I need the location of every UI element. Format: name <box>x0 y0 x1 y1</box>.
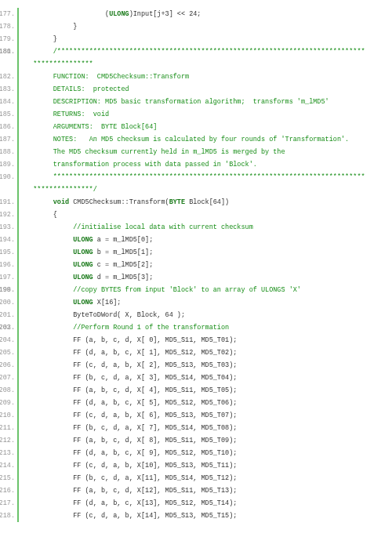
line-code: ULONG d = m_lMD5[3]; <box>19 271 153 284</box>
line-code: ARGUMENTS: BYTE Block[64] <box>19 121 157 133</box>
code-line: 196. ULONG c = m_lMD5[2]; <box>19 259 392 271</box>
line-number: 215. <box>0 472 15 484</box>
line-code: *************** <box>19 58 93 71</box>
code-line: 201. ByteToDWord( X, Block, 64 ); <box>19 309 392 321</box>
code-line: 181. /**********************************… <box>19 45 392 58</box>
line-number: 191. <box>0 196 15 209</box>
line-code: FF (c, d, a, b, X[14], MD5_S13, MD5_T15)… <box>19 510 237 522</box>
code-line: 186. ARGUMENTS: BYTE Block[64] <box>19 121 392 133</box>
line-code: FF (d, a, b, c, X[ 9], MD5_S12, MD5_T10)… <box>19 447 237 459</box>
line-number: 199. <box>0 284 15 296</box>
line-number: 183. <box>0 83 15 96</box>
code-line: 183. DETAILS: protected <box>19 83 392 96</box>
line-code: The MD5 checksum currently held in m_lMD… <box>19 146 289 158</box>
code-line: 203. //Perform Round 1 of the transforma… <box>19 321 392 334</box>
code-line: 189. transformation process with data pa… <box>19 158 392 171</box>
line-code: FF (b, c, d, a, X[ 3], MD5_S14, MD5_T04)… <box>19 372 237 384</box>
line-code: DESCRIPTION: MD5 basic transformation al… <box>19 96 329 108</box>
line-number: 203. <box>0 321 15 334</box>
code-line: 199. //copy BYTES from input 'Block' to … <box>19 284 392 296</box>
line-code: FF (b, c, d, a, X[ 7], MD5_S14, MD5_T08)… <box>19 422 237 434</box>
line-number: 192. <box>0 209 15 221</box>
line-number: 217. <box>0 497 15 510</box>
line-code: ULONG b = m_lMD5[1]; <box>19 246 153 259</box>
line-number: 190. <box>0 171 15 183</box>
line-code: ULONG a = m_lMD5[0]; <box>19 234 153 246</box>
line-code: DETAILS: protected <box>19 83 129 96</box>
line-number: 184. <box>0 96 15 108</box>
line-code: FF (a, b, c, d, X[ 0], MD5_S11, MD5_T01)… <box>19 334 237 346</box>
line-code: FUNCTION: CMD5Checksum::Transform <box>19 71 189 83</box>
code-line: 215. FF (b, c, d, a, X[11], MD5_S14, MD5… <box>19 472 392 484</box>
line-number: 181. <box>0 45 15 58</box>
code-line: 216. FF (a, b, c, d, X[12], MD5_S11, MD5… <box>19 484 392 497</box>
line-code: ULONG c = m_lMD5[2]; <box>19 259 153 271</box>
code-line: 187. NOTES: An MD5 checksum is calculate… <box>19 133 392 146</box>
line-code: ****************************************… <box>19 171 365 183</box>
line-number: 205. <box>0 346 15 359</box>
code-line: 205. FF (d, a, b, c, X[ 1], MD5_S12, MD5… <box>19 346 392 359</box>
line-number: 179. <box>0 33 15 45</box>
line-number: 186. <box>0 121 15 133</box>
line-code: ***************/ <box>19 183 97 196</box>
line-number: 185. <box>0 108 15 121</box>
code-line: 218. FF (c, d, a, b, X[14], MD5_S13, MD5… <box>19 510 392 522</box>
code-line: 194. ULONG a = m_lMD5[0]; <box>19 234 392 246</box>
line-code: (ULONG)Input[j+3] << 24; <box>19 8 201 20</box>
line-number: 209. <box>0 397 15 409</box>
code-line: 212. FF (a, b, c, d, X[ 8], MD5_S11, MD5… <box>19 434 392 447</box>
code-line: 207. FF (b, c, d, a, X[ 3], MD5_S14, MD5… <box>19 372 392 384</box>
code-line: 200. ULONG X[16]; <box>19 296 392 309</box>
code-line: 213. FF (d, a, b, c, X[ 9], MD5_S12, MD5… <box>19 447 392 459</box>
line-code: //Perform Round 1 of the transformation <box>19 321 229 334</box>
code-line: 191. void CMD5Checksum::Transform(BYTE B… <box>19 196 392 209</box>
line-number: 197. <box>0 271 15 284</box>
line-code: ULONG X[16]; <box>19 296 121 309</box>
code-line: 214. FF (c, d, a, b, X[10], MD5_S13, MD5… <box>19 459 392 472</box>
line-code: //initialise local data with current che… <box>19 221 253 234</box>
code-line: 197. ULONG d = m_lMD5[3]; <box>19 271 392 284</box>
line-number: 196. <box>0 259 15 271</box>
code-line: *************** <box>19 58 392 71</box>
code-line: 217. FF (d, a, b, c, X[13], MD5_S12, MD5… <box>19 497 392 510</box>
line-code: /***************************************… <box>19 45 365 58</box>
line-code: FF (d, a, b, c, X[ 1], MD5_S12, MD5_T02)… <box>19 346 237 359</box>
line-number: 211. <box>0 422 15 434</box>
code-line: ***************/ <box>19 183 392 196</box>
line-number: 188. <box>0 146 15 158</box>
line-code: RETURNS: void <box>19 108 109 121</box>
code-line: 184. DESCRIPTION: MD5 basic transformati… <box>19 96 392 108</box>
line-code: FF (a, b, c, d, X[ 8], MD5_S11, MD5_T09)… <box>19 434 237 447</box>
line-code: { <box>19 209 57 221</box>
code-line: 188. The MD5 checksum currently held in … <box>19 146 392 158</box>
code-line: 208. FF (a, b, c, d, X[ 4], MD5_S11, MD5… <box>19 384 392 397</box>
code-line: 190. ***********************************… <box>19 171 392 183</box>
line-number: 177. <box>0 8 15 20</box>
line-code: FF (b, c, d, a, X[11], MD5_S14, MD5_T12)… <box>19 472 237 484</box>
line-number: 216. <box>0 484 15 497</box>
line-code: transformation process with data passed … <box>19 158 265 171</box>
line-code: FF (c, d, a, b, X[ 2], MD5_S13, MD5_T03)… <box>19 359 237 372</box>
line-number: 178. <box>0 20 15 33</box>
code-line: 192. { <box>19 209 392 221</box>
line-code: NOTES: An MD5 checksum is calculated by … <box>19 133 349 146</box>
code-line: 193. //initialise local data with curren… <box>19 221 392 234</box>
line-code: FF (a, b, c, d, X[ 4], MD5_S11, MD5_T05)… <box>19 384 237 397</box>
line-number: 210. <box>0 409 15 422</box>
line-code: //copy BYTES from input 'Block' to an ar… <box>19 284 301 296</box>
code-line: 209. FF (d, a, b, c, X[ 5], MD5_S12, MD5… <box>19 397 392 409</box>
code-line: 178. } <box>19 20 392 33</box>
line-number: 214. <box>0 459 15 472</box>
line-code: FF (a, b, c, d, X[12], MD5_S11, MD5_T13)… <box>19 484 237 497</box>
code-line: 204. FF (a, b, c, d, X[ 0], MD5_S11, MD5… <box>19 334 392 346</box>
code-container: 177. (ULONG)Input[j+3] << 24;178. }179. … <box>17 8 392 522</box>
line-number: 212. <box>0 434 15 447</box>
line-number: 194. <box>0 234 15 246</box>
line-number: 206. <box>0 359 15 372</box>
code-line: 185. RETURNS: void <box>19 108 392 121</box>
code-line: 177. (ULONG)Input[j+3] << 24; <box>19 8 392 20</box>
line-code: } <box>19 33 57 45</box>
line-code: FF (d, a, b, c, X[13], MD5_S12, MD5_T14)… <box>19 497 237 510</box>
line-number: 187. <box>0 133 15 146</box>
line-code: } <box>19 20 77 33</box>
